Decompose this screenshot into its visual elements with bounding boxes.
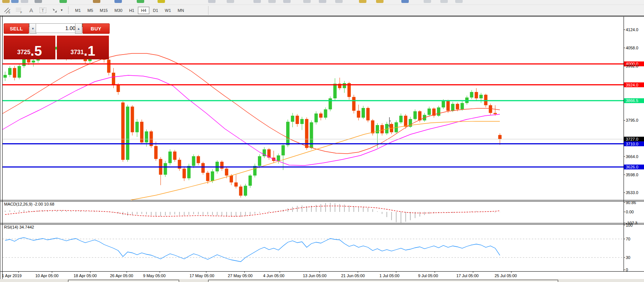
toolbar-icon-partial[interactable]	[359, 0, 366, 3]
level-price-label: 3924.0	[626, 83, 638, 87]
candle	[291, 116, 294, 122]
candle	[381, 125, 384, 133]
docked-windows-strip	[0, 279, 644, 282]
price-tick-label: 3992.0	[626, 64, 638, 68]
toolbar-icon-partial[interactable]	[21, 0, 28, 3]
candle	[220, 162, 224, 169]
volume-increase-button[interactable]: ▲	[75, 23, 82, 34]
date-label: 1 Apr 2019	[2, 273, 22, 278]
fibonacci-grid-tool-icon[interactable]: F	[15, 6, 24, 14]
candle	[475, 92, 478, 98]
price-tick-label: 4124.0	[626, 27, 638, 32]
toolbar-icon-partial[interactable]	[35, 0, 42, 3]
candle	[173, 151, 177, 160]
rsi-indicator-label: RSI(14) 34.7442	[4, 225, 34, 229]
candle	[239, 187, 242, 196]
sell-price-display[interactable]: 3725.5	[4, 36, 55, 59]
timeframe-button-group: M1M5M15M30H1H4D1W1MN	[72, 7, 187, 14]
toolbar-icon-partial[interactable]	[114, 0, 122, 3]
toolbar-icon-partial[interactable]	[283, 0, 291, 3]
text-label-tool-icon[interactable]: T	[39, 6, 48, 14]
candle	[376, 125, 379, 133]
toolbar-icon-partial[interactable]	[319, 0, 326, 3]
candle	[164, 163, 167, 175]
timeframe-button-M15[interactable]: M15	[97, 7, 111, 14]
toolbar-icon-partial[interactable]	[253, 0, 261, 3]
candle	[479, 95, 483, 98]
toolbar-icon-partial[interactable]	[376, 0, 384, 3]
svg-text:F: F	[20, 11, 22, 14]
candle	[187, 166, 191, 178]
timeframe-button-M1[interactable]: M1	[72, 7, 84, 14]
volume-input[interactable]	[36, 23, 78, 33]
buy-price-display[interactable]: 3731.1	[57, 36, 109, 59]
candle	[277, 155, 280, 161]
candle	[258, 156, 261, 166]
toolbar-icon-partial[interactable]	[137, 0, 144, 3]
candle	[456, 104, 459, 109]
timeframe-button-MN[interactable]: MN	[175, 7, 187, 14]
level-price-label: 3727.0	[626, 137, 638, 141]
candle	[362, 108, 365, 118]
toolbar-icon-partial[interactable]	[93, 0, 100, 3]
candle	[135, 122, 139, 132]
toolbar-icon-partial[interactable]	[303, 0, 311, 3]
timeframe-button-H1[interactable]: H1	[126, 7, 137, 14]
timeframe-button-D1[interactable]: D1	[150, 7, 161, 14]
toolbar-drag-handle[interactable]	[68, 7, 69, 14]
docked-window-edge[interactable]	[68, 280, 179, 282]
main-toolbar: E F A T ▼ M1M5M15M30H1H4D1W1MN	[0, 0, 644, 16]
docked-window-edge[interactable]	[208, 280, 558, 282]
candle	[131, 106, 134, 132]
candle	[493, 113, 497, 114]
candle	[244, 186, 247, 196]
timeframe-button-M5[interactable]: M5	[84, 7, 96, 14]
toolbar-icon-partial[interactable]	[208, 0, 216, 3]
candle	[329, 98, 332, 109]
svg-text:E: E	[9, 11, 10, 14]
toolbar-icon-partial[interactable]	[227, 0, 234, 3]
toolbar-icon-partial[interactable]	[440, 0, 448, 3]
toolbar-icon-partial[interactable]	[268, 0, 276, 3]
date-label: 4 Jun 05:00	[263, 273, 285, 278]
date-label: 9 Jul 05:00	[418, 273, 438, 278]
candle	[404, 116, 407, 127]
toolbar-icon-partial[interactable]	[11, 0, 19, 3]
toolbar-row-clipped	[0, 0, 644, 5]
candle	[300, 119, 304, 124]
candle	[192, 156, 195, 166]
toolbar-icon-partial[interactable]	[158, 0, 165, 3]
toolbar-icon-partial[interactable]	[2, 0, 10, 3]
arrows-tool-icon[interactable]	[51, 6, 59, 14]
buy-button[interactable]: BUY	[82, 23, 110, 34]
toolbar-icon-partial[interactable]	[59, 0, 67, 3]
date-label: 13 Jun 05:00	[303, 273, 327, 278]
timeframe-button-H4[interactable]: H4	[138, 7, 149, 14]
sell-button[interactable]: SELL	[4, 23, 29, 34]
candle	[314, 114, 318, 122]
toolbar-icon-partial[interactable]	[424, 0, 431, 3]
sell-price-main: 3725	[17, 47, 30, 58]
candle	[366, 108, 370, 120]
price-tick-label: 3533.0	[626, 190, 638, 195]
text-tool-icon[interactable]: A	[27, 6, 36, 14]
candle	[371, 120, 374, 133]
toolbar-icon-partial[interactable]	[455, 0, 463, 3]
candle	[484, 95, 488, 105]
candle	[451, 104, 454, 111]
candle	[211, 171, 214, 181]
date-label: 10 Apr 05:00	[35, 273, 58, 278]
candle	[145, 131, 148, 142]
toolbar-icon-partial[interactable]	[335, 0, 343, 3]
equidistant-lines-tool-icon[interactable]: E	[3, 6, 12, 14]
candle	[295, 116, 299, 124]
arrows-dropdown-caret-icon[interactable]: ▼	[59, 6, 64, 14]
macd-axis-label: 0.00	[626, 210, 634, 214]
timeframe-button-W1[interactable]: W1	[162, 7, 174, 14]
timeframe-button-M30[interactable]: M30	[111, 7, 125, 14]
date-label: 9 May 05:00	[143, 273, 166, 278]
candle	[399, 116, 402, 122]
toolbar-icon-partial[interactable]	[401, 0, 409, 3]
candle	[489, 105, 492, 113]
candle	[281, 145, 285, 155]
